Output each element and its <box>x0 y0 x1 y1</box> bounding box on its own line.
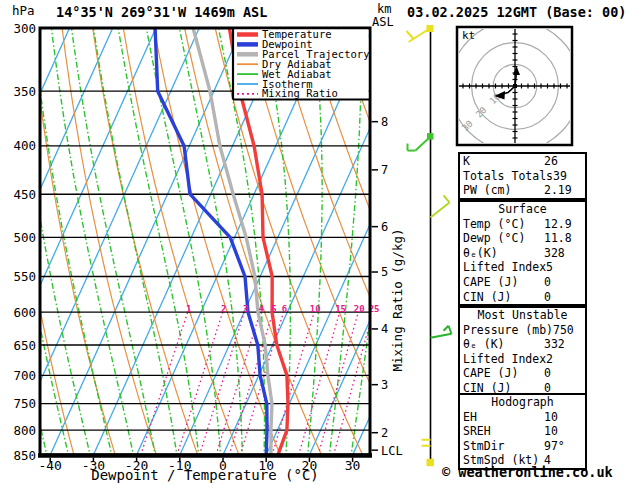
km-tick-label: 5 <box>381 265 388 279</box>
table-title: Surface <box>460 202 585 217</box>
pressure-tick-label: 600 <box>13 305 36 320</box>
km-tick-label: 4 <box>381 322 388 336</box>
table-row: θₑ (K)332 <box>460 337 585 352</box>
pressure-tick-label: 400 <box>13 138 36 153</box>
row-label: Dewp (°C) <box>463 231 544 246</box>
dry-adiabat-line <box>613 28 629 460</box>
mixing-ratio-label: 20 <box>354 304 365 314</box>
dry-adiabat-line <box>31 28 116 460</box>
row-value: 10 <box>544 410 582 425</box>
legend: TemperatureDewpointParcel TrajectoryDry … <box>233 28 370 100</box>
km-tick-label: 2 <box>381 426 388 440</box>
table-row: θₑ(K)328 <box>460 246 585 261</box>
table-row: PW (cm)2.19 <box>460 183 585 198</box>
table-row: SREH10 <box>460 424 585 439</box>
mixing-ratio-label: 6 <box>282 304 287 314</box>
row-value: 26 <box>544 154 582 169</box>
mixing-ratio-line <box>272 312 314 455</box>
pressure-tick-label: 300 <box>13 21 36 36</box>
row-value: 10 <box>544 424 582 439</box>
row-value: 0 <box>544 366 582 381</box>
table-row: EH10 <box>460 410 585 425</box>
mixing-ratio-line <box>177 312 223 455</box>
table-row: Totals Totals39 <box>460 169 585 184</box>
wind-barb <box>407 31 414 39</box>
pressure-tick-label: 450 <box>13 187 36 202</box>
row-value: 0 <box>544 275 582 290</box>
temp-tick-label: 30 <box>345 458 361 473</box>
row-value: 332 <box>544 337 582 352</box>
table-row: CAPE (J)0 <box>460 275 585 290</box>
mixing-ratio-label: 1 <box>186 304 191 314</box>
mixing-ratio-label: 4 <box>259 304 265 314</box>
table-hodograph-indices: HodographEH10SREH10StmDir97°StmSpd (kt)4 <box>458 393 587 470</box>
row-label: Pressure (mb) <box>463 323 553 338</box>
row-label: Totals Totals <box>463 169 553 184</box>
table-title: Hodograph <box>460 395 585 410</box>
temperature-axis-label: Dewpoint / Temperature (°C) <box>91 467 319 483</box>
row-value: 750 <box>553 323 582 338</box>
row-value: 328 <box>544 246 582 261</box>
row-label: K <box>463 154 544 169</box>
wet-adiabat-line <box>93 21 178 460</box>
table-row: CAPE (J)0 <box>460 366 585 381</box>
wind-barb <box>431 202 450 217</box>
hodograph-panel: kt102030 <box>450 21 580 151</box>
row-value: 97° <box>544 439 582 454</box>
legend-label: Mixing Ratio <box>262 87 338 99</box>
table-row: Lifted Index5 <box>460 260 585 275</box>
copyright: © weatheronline.co.uk <box>442 464 613 480</box>
row-label: StmDir <box>463 439 544 454</box>
table-row: Dewp (°C)11.8 <box>460 231 585 246</box>
pressure-tick-label: 800 <box>13 423 36 438</box>
pressure-tick-label: 550 <box>13 269 36 284</box>
table-most-unstable: Most UnstablePressure (mb)750θₑ (K)332Li… <box>458 306 587 398</box>
row-label: θₑ(K) <box>463 246 544 261</box>
km-tick-label: 8 <box>381 115 388 129</box>
pressure-tick-label: 850 <box>13 448 36 463</box>
dry-adiabat-line <box>583 28 629 460</box>
pressure-tick-label: 350 <box>13 84 36 99</box>
isotherm-line <box>50 28 242 455</box>
table-title: Most Unstable <box>460 308 585 323</box>
skewt-sounding-page: hPa 14°35'N 269°31'W 1469m ASL 03.02.202… <box>0 0 629 486</box>
wind-barb <box>431 334 452 338</box>
wind-barb-node <box>427 25 434 32</box>
table-row: K26 <box>460 154 585 169</box>
wet-adiabat-line <box>32 21 113 460</box>
row-value: 12.9 <box>544 217 582 232</box>
wind-barb-node <box>427 459 435 467</box>
pressure-axis-labels: 300350400450500550600650700750800850 <box>13 21 36 463</box>
mixing-ratio-label: 2 <box>221 304 226 314</box>
row-label: EH <box>463 410 544 425</box>
wind-barb <box>444 326 449 331</box>
pressure-tick-label: 500 <box>13 230 36 245</box>
pressure-tick-label: 700 <box>13 368 36 383</box>
hodograph-unit-label: kt <box>462 29 475 42</box>
wet-adiabat-line <box>0 21 5 460</box>
wind-barb <box>444 195 450 202</box>
mixing-ratio-label: 15 <box>335 304 346 314</box>
km-tick-label: 3 <box>381 378 388 392</box>
row-label: Temp (°C) <box>463 217 544 232</box>
table-row: Pressure (mb)750 <box>460 323 585 338</box>
wet-adiabat-line <box>71 21 156 460</box>
km-tick-label: 6 <box>381 220 388 234</box>
mixing-ratio-label: 10 <box>310 304 321 314</box>
dry-adiabat-line <box>93 28 200 460</box>
row-label: Lifted Index <box>463 260 546 275</box>
row-label: CAPE (J) <box>463 275 544 290</box>
row-value: 2 <box>546 352 582 367</box>
mixing-ratio-label: 5 <box>271 304 276 314</box>
temp-tick-label: -40 <box>38 458 61 473</box>
table-row: CIN (J)0 <box>460 290 585 305</box>
table-row: StmDir97° <box>460 439 585 454</box>
mixing-ratio-label: 3 <box>243 304 248 314</box>
table-stability-indices: K26Totals Totals39PW (cm)2.19 <box>458 152 587 200</box>
km-tick-label: 7 <box>381 163 388 177</box>
lcl-label: LCL <box>381 444 403 458</box>
row-value: 5 <box>546 260 582 275</box>
table-row: Lifted Index2 <box>460 352 585 367</box>
row-value: 0 <box>544 290 582 305</box>
row-label: θₑ (K) <box>463 337 544 352</box>
